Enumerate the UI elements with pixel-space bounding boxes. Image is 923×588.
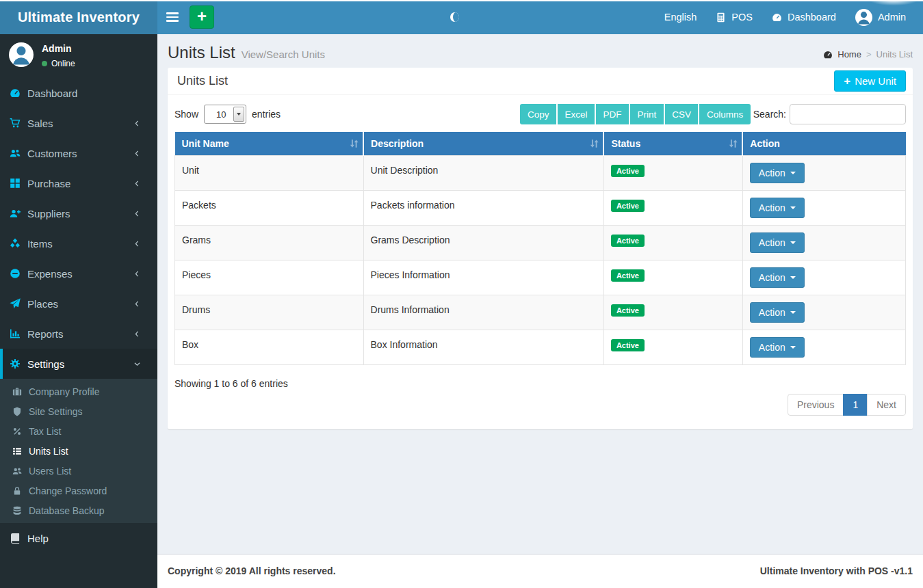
- gears-icon: [10, 358, 21, 369]
- sidebar-item-purchase[interactable]: Purchase: [0, 168, 157, 198]
- content: Units ListView/Search Units Home > Units…: [157, 34, 923, 554]
- top-highlight-line: [0, 0, 923, 1]
- caret-down-icon: [790, 311, 796, 314]
- percent-icon: [12, 427, 22, 436]
- database-icon: [12, 506, 22, 516]
- sidebar-user-panel: Admin Online: [0, 34, 157, 75]
- column-header-description[interactable]: Description: [363, 132, 603, 156]
- breadcrumb-current: Units List: [876, 49, 913, 59]
- export-copy-button[interactable]: Copy: [520, 104, 556, 124]
- cubes-icon: [10, 238, 21, 249]
- settings-submenu: Company ProfileSite SettingsTax ListUnit…: [0, 379, 157, 523]
- sidebar-subitem-tax-list[interactable]: Tax List: [0, 421, 157, 441]
- status-badge: Active: [611, 235, 645, 247]
- chevron-left-icon: [133, 210, 141, 217]
- action-button[interactable]: Action: [750, 163, 805, 183]
- table-row-drums: DrumsDrums InformationActiveAction: [175, 295, 906, 330]
- minus-circle-icon: [10, 268, 21, 279]
- cell-description: Packets information: [363, 191, 603, 226]
- export-csv-button[interactable]: CSV: [665, 104, 699, 124]
- cell-status: Active: [603, 295, 742, 330]
- sidebar-subitem-database-backup[interactable]: Database Backup: [0, 500, 157, 520]
- search-label: Search:: [753, 109, 786, 120]
- cell-description: Box Information: [363, 330, 603, 365]
- action-button[interactable]: Action: [750, 267, 805, 288]
- online-dot-icon: [42, 61, 47, 66]
- action-button[interactable]: Action: [750, 198, 805, 218]
- sidebar-subitem-change-password[interactable]: Change Password: [0, 481, 157, 500]
- chevron-left-icon: [133, 150, 141, 157]
- search-input[interactable]: [790, 104, 906, 124]
- sort-icon: [728, 139, 738, 149]
- chevron-left-icon: [133, 330, 141, 338]
- action-button[interactable]: Action: [750, 337, 805, 358]
- page-length-select[interactable]: 10: [204, 105, 246, 124]
- sidebar-item-reports[interactable]: Reports: [0, 319, 157, 349]
- export-pdf-button[interactable]: PDF: [596, 104, 629, 124]
- pagination-page-active[interactable]: 1: [843, 394, 868, 416]
- hamburger-menu-icon[interactable]: [166, 12, 179, 22]
- sidebar-subitem-users-list[interactable]: Users List: [0, 461, 157, 481]
- cell-description: Pieces Information: [363, 260, 603, 295]
- cell-description: Grams Description: [363, 226, 603, 260]
- sidebar-item-suppliers[interactable]: Suppliers: [0, 198, 157, 228]
- lock-icon: [12, 486, 22, 496]
- cell-unit-name: Unit: [175, 156, 364, 191]
- export-columns-button[interactable]: Columns: [699, 104, 750, 124]
- table-row-packets: PacketsPackets informationActiveAction: [175, 191, 906, 226]
- caret-down-icon: [790, 172, 796, 174]
- sidebar-subitem-site-settings[interactable]: Site Settings: [0, 401, 157, 421]
- units-table: Unit NameDescriptionStatusAction UnitUni…: [174, 132, 906, 365]
- sidebar-subitem-units-list[interactable]: Units List: [0, 441, 157, 461]
- page-length-control: Show 10 entries: [174, 105, 281, 124]
- status-badge: Active: [611, 165, 645, 177]
- sidebar-item-sales[interactable]: Sales: [0, 108, 157, 138]
- sidebar-item-dashboard[interactable]: Dashboard: [0, 78, 157, 108]
- nav-pos[interactable]: POS: [706, 0, 762, 34]
- footer-version: Ultimate Inventory with POS -v1.1: [760, 565, 913, 577]
- navbar: + English POS Dashboard Admin: [157, 0, 923, 34]
- column-header-unit-name[interactable]: Unit Name: [175, 132, 364, 156]
- briefcase-icon: [12, 387, 22, 397]
- export-print-button[interactable]: Print: [630, 104, 664, 124]
- pagination-next[interactable]: Next: [867, 394, 906, 416]
- sidebar-item-expenses[interactable]: Expenses: [0, 258, 157, 289]
- caret-down-icon: [790, 276, 796, 279]
- footer-copyright: Copyright © 2019 All rights reserved.: [168, 565, 336, 577]
- cell-status: Active: [603, 191, 742, 226]
- action-button[interactable]: Action: [750, 302, 805, 323]
- sidebar-item-customers[interactable]: Customers: [0, 138, 157, 168]
- export-excel-button[interactable]: Excel: [558, 104, 595, 124]
- sidebar-item-settings[interactable]: Settings: [0, 349, 157, 379]
- nav-dashboard[interactable]: Dashboard: [762, 0, 846, 34]
- page-subtitle: View/Search Units: [242, 49, 325, 60]
- pagination-previous[interactable]: Previous: [788, 394, 844, 416]
- new-unit-button[interactable]: +New Unit: [834, 70, 906, 92]
- sidebar-item-help[interactable]: Help: [0, 523, 157, 553]
- nav-language[interactable]: English: [655, 0, 707, 34]
- status-badge: Active: [611, 200, 645, 212]
- column-header-action: Action: [742, 132, 905, 156]
- sidebar-item-places[interactable]: Places: [0, 289, 157, 319]
- column-header-status[interactable]: Status: [603, 132, 742, 156]
- cell-status: Active: [603, 330, 742, 365]
- sort-icon: [349, 139, 359, 149]
- units-list-box: Units List +New Unit Show 10 entries Cop…: [168, 68, 913, 429]
- user-avatar: [855, 9, 872, 26]
- brand[interactable]: Ultimate Inventory: [0, 0, 157, 34]
- cell-description: Unit Description: [363, 156, 603, 191]
- action-button[interactable]: Action: [750, 232, 805, 253]
- sidebar-item-items[interactable]: Items: [0, 228, 157, 258]
- chevron-left-icon: [133, 300, 141, 308]
- cell-status: Active: [603, 156, 742, 191]
- top-navbar: Ultimate Inventory + English POS Dashboa…: [0, 0, 923, 34]
- select-arrow-icon: [233, 107, 244, 122]
- crescent-moon-icon[interactable]: [450, 12, 459, 22]
- calculator-icon: [716, 12, 726, 23]
- add-button[interactable]: +: [190, 5, 214, 29]
- user-avatar-large: [9, 42, 34, 67]
- breadcrumb-home[interactable]: Home: [837, 49, 861, 59]
- cell-action: Action: [742, 156, 905, 191]
- home-icon: [823, 50, 833, 59]
- sidebar-subitem-company-profile[interactable]: Company Profile: [0, 382, 157, 401]
